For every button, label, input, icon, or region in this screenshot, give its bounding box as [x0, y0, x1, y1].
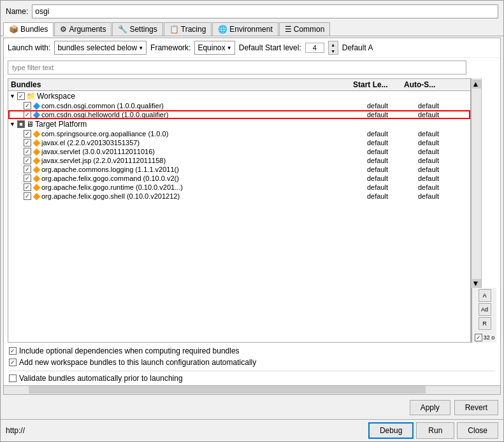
workspace-expand[interactable]: ▼ [10, 93, 16, 99]
content-frame: Launch with: bundles selected below ▼ Fr… [3, 38, 501, 395]
tab-environment[interactable]: 🌐 Environment [212, 22, 278, 36]
tracing-tab-icon: 📋 [169, 25, 179, 34]
t-bundle-1-start: default [367, 139, 418, 146]
t-bundle-6-start: default [367, 183, 418, 191]
t-bundle-6-cb[interactable] [24, 183, 31, 191]
remove-button[interactable]: R [479, 317, 491, 330]
t-bundle-1-cb[interactable] [24, 139, 31, 146]
add-workspace-label: Add new workspace bundles to this launch… [19, 358, 256, 367]
default-auto-label: Default A [342, 43, 373, 52]
t-bundle-4-cb[interactable] [24, 166, 31, 173]
target-bundle-2[interactable]: 🔶 javax.servlet (3.0.0.v201112011016) de… [8, 147, 470, 156]
table-body[interactable]: ▼ 📁 Workspace 🔷 com.csdn.osgi.common ( [8, 91, 470, 342]
target-checkbox[interactable]: ■ [17, 120, 25, 128]
debug-button[interactable]: Debug [368, 422, 414, 439]
tab-common[interactable]: ☰ Common [279, 22, 331, 36]
bundle-0-auto: default [418, 102, 469, 110]
count-checkbox[interactable] [475, 334, 482, 341]
checkbox-count-row: 32 o [475, 334, 495, 341]
target-bundle-1[interactable]: 🔶 javax.el (2.2.0.v201303151357) default… [8, 138, 470, 147]
t-bundle-2-name: javax.servlet (3.0.0.v201112011016) [41, 148, 155, 155]
include-optional-label: Include optional dependencies when compu… [19, 346, 240, 355]
include-optional-checkbox[interactable] [9, 347, 17, 355]
close-button[interactable]: Close [457, 422, 498, 439]
right-side-panel: ▲ ▼ A Ad R 32 o [471, 78, 496, 343]
name-input[interactable] [32, 4, 498, 18]
bundle-1-checkbox[interactable] [24, 111, 31, 118]
validate-row: Validate bundles automatically prior to … [4, 371, 500, 385]
t-bundle-0-auto: default [418, 130, 469, 138]
add-new-workspace-row: Add new workspace bundles to this launch… [9, 357, 495, 368]
target-bundle-4[interactable]: 🔶 org.apache.commons.logging (1.1.1.v201… [8, 165, 470, 174]
t-bundle-4-name: org.apache.commons.logging (1.1.1.v2011(… [41, 166, 179, 173]
target-expand[interactable]: ▼ [10, 121, 16, 127]
tab-bundles[interactable]: 📦 Bundles [3, 22, 54, 36]
col-auto-start: Auto-S... [404, 80, 455, 89]
target-bundle-3[interactable]: 🔶 javax.servlet.jsp (2.2.0.v201112011158… [8, 156, 470, 165]
target-bundle-5[interactable]: 🔶 org.apache.felix.gogo.command (0.10.0.… [8, 174, 470, 183]
bundle-table: Bundles Start Le... Auto-S... ▼ 📁 Worksp… [8, 78, 471, 343]
target-platform-group: ▼ ■ 🖥 Target Platform [8, 119, 470, 129]
bundle-row-0[interactable]: 🔷 com.csdn.osgi.common (1.0.0.qualifier)… [8, 101, 470, 110]
validate-checkbox[interactable] [9, 374, 17, 382]
workspace-icon: 📁 [26, 92, 36, 101]
bundle-0-name: com.csdn.osgi.common (1.0.0.qualifier) [41, 102, 164, 110]
workspace-label: Workspace [37, 92, 75, 101]
arguments-tab-icon: ⚙ [60, 25, 67, 34]
scrollbar[interactable]: ▲ ▼ [472, 78, 482, 288]
add-button[interactable]: Ad [479, 303, 491, 316]
bottom-buttons: Debug Run Close [368, 422, 498, 439]
t-bundle-7-name: org.apache.felix.gogo.shell (0.10.0.v201… [41, 192, 180, 200]
start-level-input[interactable] [305, 43, 324, 53]
t-bundle-4-auto: default [418, 166, 469, 173]
settings-tab-icon: 🔧 [118, 25, 127, 34]
bottom-url: http:// [6, 426, 25, 435]
run-button[interactable]: Run [416, 422, 454, 439]
name-label: Name: [6, 7, 28, 16]
scroll-down[interactable]: ▼ [472, 279, 481, 288]
t-bundle-2-cb[interactable] [24, 148, 31, 155]
t-bundle-2-start: default [367, 148, 418, 155]
tab-arguments[interactable]: ⚙ Arguments [54, 22, 112, 36]
spin-down[interactable]: ▼ [329, 48, 338, 54]
bundle-0-start: default [367, 102, 418, 110]
apply-button[interactable]: Apply [410, 400, 450, 415]
spin-up[interactable]: ▲ [329, 41, 338, 48]
target-label: Target Platform [35, 120, 87, 129]
t-bundle-5-auto: default [418, 175, 469, 182]
filter-input[interactable] [8, 61, 466, 75]
bundle-row-1[interactable]: 🔷 com.csdn.osgi.helloworld (1.0.0.qualif… [8, 110, 470, 119]
bundles-tab-icon: 📦 [9, 25, 18, 34]
t-bundle-7-auto: default [418, 192, 469, 200]
tab-tracing[interactable]: 📋 Tracing [164, 22, 212, 36]
horizontal-scrollbar[interactable] [4, 385, 500, 394]
t-bundle-7-cb[interactable] [24, 192, 31, 200]
include-optional-row: Include optional dependencies when compu… [9, 345, 495, 357]
launch-with-dropdown[interactable]: bundles selected below ▼ [54, 41, 147, 55]
bundle-0-checkbox[interactable] [24, 102, 31, 110]
t-bundle-4-start: default [367, 166, 418, 173]
t-bundle-1-name: javax.el (2.2.0.v201303151357) [41, 139, 140, 146]
target-bundle-7[interactable]: 🔶 org.apache.felix.gogo.shell (0.10.0.v2… [8, 192, 470, 201]
add-workspace-checkbox[interactable] [9, 359, 17, 366]
action-buttons: A Ad R 32 o [472, 288, 496, 343]
t-bundle-3-cb[interactable] [24, 157, 31, 164]
apply-revert-row: Apply Revert [1, 396, 503, 419]
table-area: Bundles Start Le... Auto-S... ▼ 📁 Worksp… [8, 78, 496, 343]
target-bundle-6[interactable]: 🔶 org.apache.felix.gogo.runtime (0.10.0.… [8, 183, 470, 192]
workspace-checkbox[interactable] [17, 92, 25, 100]
t-bundle-6-auto: default [418, 183, 469, 191]
start-level-spinner[interactable]: ▲ ▼ [328, 41, 338, 55]
scroll-up[interactable]: ▲ [472, 80, 481, 89]
framework-dropdown[interactable]: Equinox ▼ [194, 41, 234, 55]
tab-settings[interactable]: 🔧 Settings [112, 22, 162, 36]
t-bundle-5-cb[interactable] [24, 175, 31, 182]
revert-button[interactable]: Revert [454, 400, 498, 415]
workspace-group: ▼ 📁 Workspace [8, 91, 470, 101]
add-required-button[interactable]: A [479, 289, 491, 302]
t-bundle-0-cb[interactable] [24, 130, 31, 138]
t-bundle-2-auto: default [418, 148, 469, 155]
count-label: 32 o [484, 334, 495, 341]
tabs-bar: 📦 Bundles ⚙ Arguments 🔧 Settings 📋 Traci… [1, 22, 503, 36]
target-bundle-0[interactable]: 🔶 com.springsource.org.aopalliance (1.0.… [8, 129, 470, 138]
